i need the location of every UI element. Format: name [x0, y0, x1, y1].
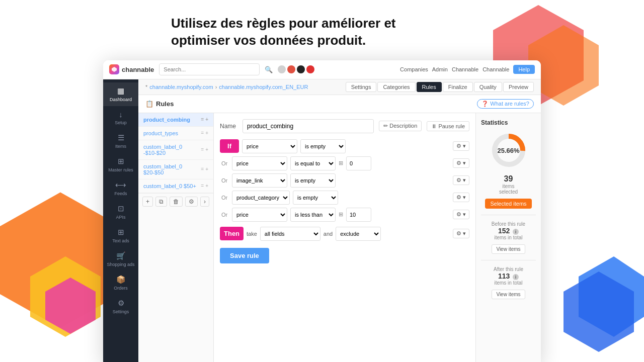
expand-rule-btn[interactable]: › [200, 197, 209, 207]
rule-item-custom-label-50plus[interactable]: custom_label_0 $50+ = + [138, 179, 213, 193]
field-select-4[interactable]: product_category [232, 191, 290, 205]
sidebar-item-setup[interactable]: ↓ Setup [103, 106, 138, 129]
breadcrumb-shop[interactable]: channable.myshopify.com [149, 84, 213, 90]
search-button[interactable]: 🔍 [265, 66, 273, 73]
companies-link[interactable]: Companies [400, 66, 428, 72]
main-area: ▦ Dashboard ↓ Setup ☰ Items ⊞ Master rul… [103, 79, 541, 362]
channable-link1[interactable]: Channable [452, 66, 478, 72]
if-section: If price is empty ⚙ ▾ [220, 139, 469, 222]
tab-quality[interactable]: Quality [474, 82, 502, 92]
view-after-button[interactable]: View items [492, 290, 525, 299]
value-input-2[interactable] [346, 156, 371, 170]
row-gear-2[interactable]: ⚙ ▾ [453, 158, 469, 168]
master-rules-icon: ⊞ [118, 157, 124, 166]
sidebar-item-feeds[interactable]: ⟷ Feeds [103, 176, 138, 200]
breadcrumb-bar: * channable.myshopify.com › channable.my… [138, 79, 541, 95]
row-gear-3[interactable]: ⚙ ▾ [453, 175, 469, 185]
field-select-1[interactable]: price [242, 139, 297, 153]
statistics-title: Statistics [481, 119, 508, 126]
row-gear-5[interactable]: ⚙ ▾ [453, 210, 469, 219]
description-button[interactable]: ✏ Description [379, 121, 422, 131]
condition-select-5[interactable]: is less than [290, 208, 336, 222]
tab-preview[interactable]: Preview [503, 82, 534, 92]
channable-link2[interactable]: Channable [482, 66, 509, 72]
before-count: 152 i [481, 227, 536, 235]
value-input-5[interactable] [346, 208, 371, 222]
rule-item-custom-label-10-20[interactable]: custom_label_0 -$10-$20 = + [138, 140, 213, 160]
rules-icon: 📋 [145, 100, 153, 108]
breadcrumb-feed[interactable]: channable.myshopify.com_EN_EUR [219, 84, 308, 90]
condition-row-1: If price is empty ⚙ ▾ [220, 139, 469, 153]
before-info-dot: i [513, 229, 519, 235]
rule-item-product-combing[interactable]: product_combing = + [138, 113, 213, 127]
tab-finalize[interactable]: Finalize [443, 82, 473, 92]
pause-rule-button[interactable]: ⏸ Pause rule [427, 121, 469, 131]
sidebar-item-apis[interactable]: ⊡ APIs [103, 200, 138, 224]
sidebar-label-setup: Setup [115, 120, 127, 125]
rule-item-icons-2: = + [201, 130, 208, 136]
setup-icon: ↓ [119, 110, 123, 119]
help-button[interactable]: Help [513, 65, 535, 74]
then-field-select[interactable]: all fields [260, 227, 320, 241]
then-row: Then take all fields and exclude [220, 227, 469, 241]
then-badge: Then [220, 227, 244, 240]
after-info-dot: i [513, 274, 519, 280]
name-label: Name [220, 123, 237, 130]
logo-icon [109, 64, 119, 74]
selected-items-button[interactable]: Selected items [485, 199, 531, 209]
sidebar-label-shopping-ads: Shopping ads [107, 262, 134, 267]
rules-body: product_combing = + product_types = [138, 113, 541, 362]
field-select-5[interactable]: price [232, 208, 287, 222]
rule-item-product-types[interactable]: product_types = + [138, 127, 213, 140]
sidebar-item-dashboard[interactable]: ▦ Dashboard [103, 82, 138, 106]
apis-icon: ⊡ [118, 204, 124, 213]
save-rule-button[interactable]: Save rule [220, 248, 269, 263]
condition-select-4[interactable]: is empty [293, 191, 338, 205]
flag-icons [278, 65, 314, 73]
view-before-button[interactable]: View items [492, 244, 525, 254]
delete-rule-btn[interactable]: 🗑 [170, 197, 183, 207]
field-select-2[interactable]: price [232, 156, 287, 170]
breadcrumb-sep: › [215, 84, 217, 90]
rule-item-custom-label-20-50[interactable]: custom_label_0 $20-$50 = + [138, 160, 213, 179]
sidebar-item-settings[interactable]: ⚙ Settings [103, 295, 138, 318]
add-rule-btn[interactable]: + [142, 197, 153, 207]
divider-2 [481, 260, 536, 260]
row-gear-4[interactable]: ⚙ ▾ [453, 193, 469, 202]
sidebar-item-shopping-ads[interactable]: 🛒 Shopping ads [103, 247, 138, 271]
or-label-1: Or [220, 160, 229, 166]
copy-rule-btn[interactable]: ⧉ [155, 197, 167, 207]
then-gear-btn[interactable]: ⚙ ▾ [453, 229, 469, 238]
row-actions-2: ⚙ ▾ [453, 158, 469, 168]
search-input[interactable] [159, 63, 260, 75]
before-label: Before this rule [481, 221, 536, 227]
condition-row-4: Or product_category is empty ⚙ ▾ [220, 191, 469, 205]
sidebar-item-orders[interactable]: 📦 Orders [103, 271, 138, 295]
rules-header: 📋 Rules ❓ What are rules? [138, 95, 541, 113]
rule-name-input[interactable] [243, 119, 374, 133]
admin-link[interactable]: Admin [432, 66, 448, 72]
row-gear-1[interactable]: ⚙ ▾ [453, 141, 469, 151]
sidebar-item-master-rules[interactable]: ⊞ Master rules [103, 153, 138, 176]
condition-select-1[interactable]: is empty [300, 139, 346, 153]
then-row-actions: ⚙ ▾ [453, 229, 469, 238]
app-window: channable 🔍 Companies Admin Channable Ch… [103, 60, 541, 362]
then-section: Then take all fields and exclude [220, 227, 469, 241]
settings-icon: ⚙ [118, 299, 124, 308]
condition-select-3[interactable]: is empty [290, 173, 336, 188]
what-are-rules-button[interactable]: ❓ What are rules? [477, 99, 534, 109]
sidebar-label-master-rules: Master rules [108, 167, 133, 172]
tab-settings[interactable]: Settings [346, 82, 377, 92]
then-action-select[interactable]: exclude [336, 227, 381, 241]
tab-categories[interactable]: Categories [377, 82, 415, 92]
after-count: 113 i [481, 272, 536, 280]
sidebar-item-items[interactable]: ☰ Items [103, 129, 138, 153]
settings-rule-btn[interactable]: ⚙ [185, 197, 198, 207]
sidebar-item-text-ads[interactable]: ⊞ Text ads [103, 224, 138, 247]
tab-rules[interactable]: Rules [417, 82, 442, 92]
sidebar-label-dashboard: Dashboard [110, 97, 132, 102]
orders-icon: 📦 [116, 275, 126, 284]
field-select-3[interactable]: image_link [232, 173, 287, 188]
condition-select-2[interactable]: is equal to [290, 156, 336, 170]
rule-actions: + ⧉ 🗑 ⚙ › [138, 193, 213, 210]
